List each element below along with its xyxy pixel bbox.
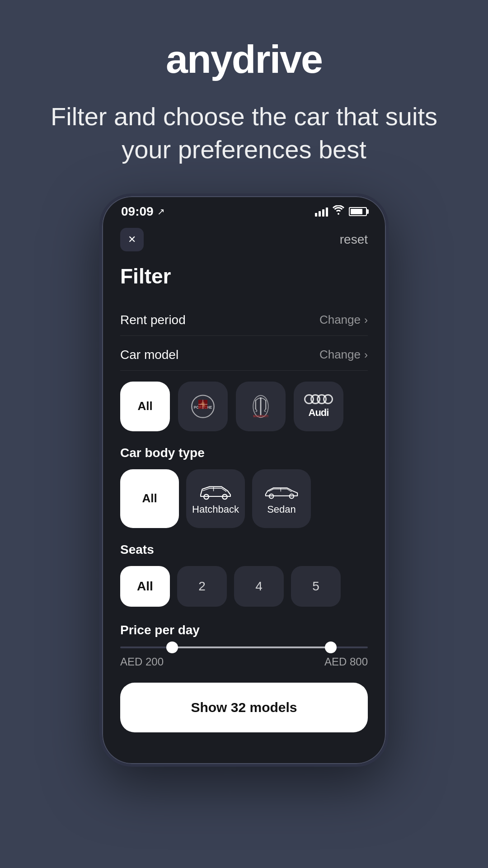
filter-title: Filter (120, 264, 368, 288)
audi-rings-icon (304, 394, 333, 404)
hero-section: anydrive Filter and choose the car that … (0, 0, 488, 193)
signal-bar-3 (322, 209, 324, 217)
car-model-row[interactable]: Car model Change › (120, 340, 368, 371)
body-types-row: All Hatchback (120, 469, 368, 528)
hero-subtitle: Filter and choose the car that suits you… (27, 100, 461, 166)
price-min-label: AED 200 (120, 656, 164, 668)
car-model-action[interactable]: Change › (319, 348, 368, 362)
price-slider-track[interactable] (120, 646, 368, 648)
seat-4-label: 4 (255, 579, 263, 594)
status-time: 09:09 (121, 204, 154, 219)
price-max-label: AED 800 (324, 656, 368, 668)
close-icon: ✕ (128, 234, 136, 245)
price-min-thumb[interactable] (166, 642, 178, 653)
power-button (387, 287, 389, 332)
rent-period-label: Rent period (120, 313, 186, 327)
car-model-change: Change (319, 348, 361, 362)
app-title: anydrive (27, 36, 461, 82)
hatchback-icon (197, 482, 234, 500)
filter-screen: ✕ reset Filter Rent period Change › Car … (102, 219, 386, 746)
brand-porsche-button[interactable]: PORSCHE 🐴 (178, 382, 228, 431)
svg-text:MASERATI: MASERATI (253, 415, 268, 418)
seat-all-button[interactable]: All (120, 566, 170, 607)
sedan-label: Sedan (267, 504, 296, 515)
phone-mockup: 09:09 ↗ ✕ rese (99, 193, 389, 767)
car-model-chevron-icon: › (364, 349, 368, 361)
hatchback-label: Hatchback (192, 504, 239, 515)
status-bar: 09:09 ↗ (102, 196, 386, 219)
price-section: Price per day AED 200 AED 800 (120, 623, 368, 668)
brands-row: All PORSCHE 🐴 (120, 382, 368, 431)
signal-bar-1 (315, 213, 317, 217)
body-type-heading: Car body type (120, 446, 368, 460)
seats-row: All 2 4 5 (120, 566, 368, 607)
brand-all-label: All (137, 399, 152, 413)
body-all-button[interactable]: All (120, 469, 179, 528)
price-max-thumb[interactable] (325, 642, 337, 653)
price-labels: AED 200 AED 800 (120, 656, 368, 668)
signal-bar-4 (326, 208, 328, 217)
svg-text:🐴: 🐴 (200, 401, 206, 407)
porsche-logo-icon: PORSCHE 🐴 (188, 394, 217, 419)
seat-5-label: 5 (312, 579, 319, 594)
seat-all-label: All (137, 579, 153, 594)
status-left: 09:09 ↗ (121, 204, 165, 219)
body-all-label: All (142, 491, 157, 505)
battery-icon (349, 207, 367, 216)
wifi-icon (333, 205, 344, 218)
seat-2-button[interactable]: 2 (177, 566, 227, 607)
rent-period-action[interactable]: Change › (319, 313, 368, 327)
seat-2-label: 2 (198, 579, 206, 594)
rent-period-chevron-icon: › (364, 314, 368, 326)
body-sedan-button[interactable]: Sedan (252, 469, 311, 528)
body-hatchback-button[interactable]: Hatchback (186, 469, 245, 528)
brand-maserati-button[interactable]: MASERATI (236, 382, 286, 431)
signal-bar-2 (319, 211, 321, 217)
signal-icon (315, 207, 328, 217)
brand-audi-button[interactable]: Audi (294, 382, 343, 431)
audi-label: Audi (309, 407, 329, 419)
volume-button (99, 287, 101, 318)
sedan-icon (263, 482, 300, 500)
power-button-2 (387, 350, 389, 395)
location-icon: ↗ (157, 206, 165, 217)
maserati-logo-icon: MASERATI (251, 394, 271, 419)
reset-button[interactable]: reset (340, 232, 368, 247)
seat-4-button[interactable]: 4 (234, 566, 284, 607)
status-right (315, 205, 367, 218)
seats-heading: Seats (120, 542, 368, 557)
rent-period-row[interactable]: Rent period Change › (120, 305, 368, 336)
price-heading: Price per day (120, 623, 368, 637)
show-models-button[interactable]: Show 32 models (120, 683, 368, 732)
price-slider-fill (172, 646, 331, 648)
close-button[interactable]: ✕ (120, 228, 144, 251)
battery-fill (351, 209, 362, 214)
seat-5-button[interactable]: 5 (291, 566, 341, 607)
rent-period-change: Change (319, 313, 361, 327)
filter-topbar: ✕ reset (120, 228, 368, 251)
brand-all-button[interactable]: All (120, 382, 170, 431)
car-model-label: Car model (120, 348, 178, 362)
